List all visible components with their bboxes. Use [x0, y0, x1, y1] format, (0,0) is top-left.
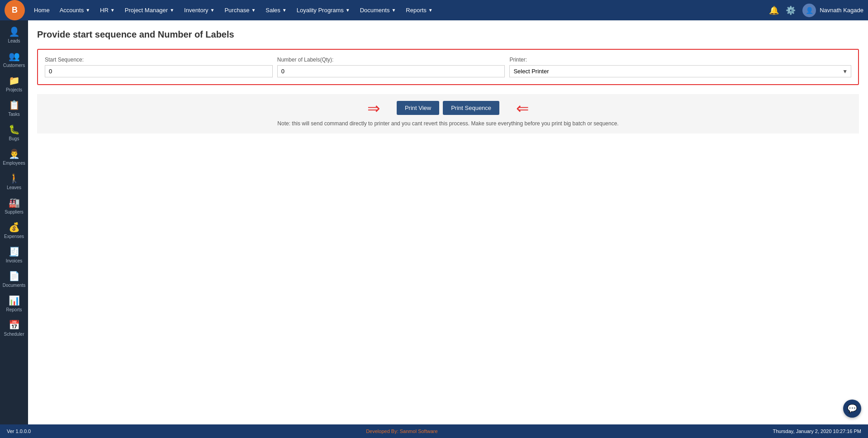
main-layout: 👤 Leads 👥 Customers 📁 Projects 📋 Tasks 🐛…	[0, 20, 868, 424]
sidebar-label-leads: Leads	[8, 38, 20, 43]
start-sequence-label: Start Sequence:	[45, 57, 273, 63]
nav-purchase[interactable]: Purchase ▼	[220, 0, 260, 20]
footer-dev: Developed By: Sanmol Software	[366, 428, 437, 434]
user-menu[interactable]: 👤 Navnath Kagade	[802, 4, 863, 17]
nav-accounts[interactable]: Accounts ▼	[55, 0, 95, 20]
sidebar-label-documents: Documents	[3, 283, 26, 288]
reports-icon: 📊	[9, 295, 20, 306]
nav-reports[interactable]: Reports ▼	[401, 0, 437, 20]
settings-icon[interactable]: ⚙️	[786, 5, 796, 15]
chat-button[interactable]: 💬	[843, 400, 861, 418]
tasks-icon: 📋	[9, 100, 20, 110]
sidebar-item-leads[interactable]: 👤 Leads	[0, 23, 28, 47]
print-view-button[interactable]: Print View	[397, 101, 439, 115]
sidebar-label-tasks: Tasks	[8, 112, 20, 117]
nav-hr[interactable]: HR ▼	[95, 0, 119, 20]
expenses-icon: 💰	[9, 222, 20, 233]
documents-icon: 📄	[9, 271, 20, 281]
printer-label: Printer:	[509, 57, 851, 63]
sidebar-item-projects[interactable]: 📁 Projects	[0, 71, 28, 96]
sidebar-item-reports[interactable]: 📊 Reports	[0, 291, 28, 316]
sidebar-item-employees[interactable]: 👨‍💼 Employees	[0, 145, 28, 169]
leaves-icon: 🚶	[9, 173, 20, 184]
employees-icon: 👨‍💼	[9, 148, 20, 159]
suppliers-icon: 🏭	[9, 197, 20, 208]
user-name: Navnath Kagade	[820, 7, 863, 14]
form-row: Start Sequence: Number of Labels(Qty): P…	[45, 57, 851, 77]
sidebar-label-reports: Reports	[6, 307, 22, 312]
sidebar-item-suppliers[interactable]: 🏭 Suppliers	[0, 194, 28, 218]
sidebar-item-documents[interactable]: 📄 Documents	[0, 267, 28, 291]
sidebar-item-bugs[interactable]: 🐛 Bugs	[0, 120, 28, 145]
navbar-menu: Home Accounts ▼ HR ▼ Project Manager ▼ I…	[29, 0, 769, 20]
leads-icon: 👤	[9, 26, 20, 37]
nav-loyality[interactable]: Loyality Programs ▼	[292, 0, 355, 20]
printer-field: Printer: Select Printer ▼	[509, 57, 851, 77]
printer-select-wrap: Select Printer ▼	[509, 65, 851, 77]
annotation-arrow-left: ⇒	[367, 99, 380, 117]
footer: Ver 1.0.0.0 Developed By: Sanmol Softwar…	[0, 424, 868, 438]
chat-icon: 💬	[847, 404, 857, 414]
qty-input[interactable]	[277, 65, 505, 77]
printer-select[interactable]: Select Printer	[509, 65, 851, 77]
buttons-section: ⇒ Print View Print Sequence ⇐ Note: this…	[37, 94, 859, 133]
main-content: Provide start sequence and Number of Lab…	[28, 20, 868, 424]
page-title: Provide start sequence and Number of Lab…	[37, 29, 859, 40]
sidebar-label-leaves: Leaves	[7, 185, 21, 190]
nav-sales[interactable]: Sales ▼	[261, 0, 291, 20]
sidebar-label-employees: Employees	[3, 161, 25, 166]
projects-icon: 📁	[9, 75, 20, 86]
sidebar-item-leaves[interactable]: 🚶 Leaves	[0, 169, 28, 194]
invoices-icon: 🧾	[9, 246, 20, 257]
notification-icon[interactable]: 🔔	[769, 5, 779, 15]
scheduler-icon: 📅	[9, 319, 20, 330]
sidebar-item-expenses[interactable]: 💰 Expenses	[0, 218, 28, 243]
sidebar: 👤 Leads 👥 Customers 📁 Projects 📋 Tasks 🐛…	[0, 20, 28, 424]
version: Ver 1.0.0.0	[7, 428, 31, 434]
print-sequence-button[interactable]: Print Sequence	[443, 101, 499, 115]
navbar: B Home Accounts ▼ HR ▼ Project Manager ▼…	[0, 0, 868, 20]
nav-inventory[interactable]: Inventory ▼	[180, 0, 219, 20]
footer-datetime: Thursday, January 2, 2020 10:27:16 PM	[773, 428, 861, 434]
sidebar-item-tasks[interactable]: 📋 Tasks	[0, 96, 28, 120]
note-text: Note: this will send command directly to…	[277, 120, 618, 127]
bugs-icon: 🐛	[9, 124, 20, 135]
sidebar-label-scheduler: Scheduler	[4, 332, 24, 337]
sidebar-label-bugs: Bugs	[9, 136, 19, 141]
start-sequence-field: Start Sequence:	[45, 57, 273, 77]
nav-project-manager[interactable]: Project Manager ▼	[120, 0, 179, 20]
avatar: 👤	[802, 4, 816, 17]
customers-icon: 👥	[9, 51, 20, 62]
footer-company: Sanmol Software	[400, 428, 438, 434]
sidebar-item-scheduler[interactable]: 📅 Scheduler	[0, 316, 28, 340]
qty-label: Number of Labels(Qty):	[277, 57, 505, 63]
sidebar-item-customers[interactable]: 👥 Customers	[0, 47, 28, 71]
sidebar-label-customers: Customers	[3, 63, 25, 68]
qty-field: Number of Labels(Qty):	[277, 57, 505, 77]
navbar-right: 🔔 ⚙️ 👤 Navnath Kagade	[769, 4, 863, 17]
sidebar-label-suppliers: Suppliers	[5, 209, 24, 214]
annotation-arrow-right: ⇐	[516, 99, 529, 117]
form-panel: Start Sequence: Number of Labels(Qty): P…	[37, 49, 859, 85]
nav-documents[interactable]: Documents ▼	[356, 0, 401, 20]
sidebar-label-invoices: Invoices	[6, 258, 23, 263]
sidebar-label-projects: Projects	[6, 87, 22, 92]
nav-home[interactable]: Home	[29, 0, 54, 20]
sidebar-label-expenses: Expenses	[4, 234, 24, 239]
sidebar-item-invoices[interactable]: 🧾 Invoices	[0, 243, 28, 267]
app-logo[interactable]: B	[5, 0, 25, 20]
start-sequence-input[interactable]	[45, 65, 273, 77]
buttons-row: ⇒ Print View Print Sequence ⇐	[397, 101, 499, 115]
